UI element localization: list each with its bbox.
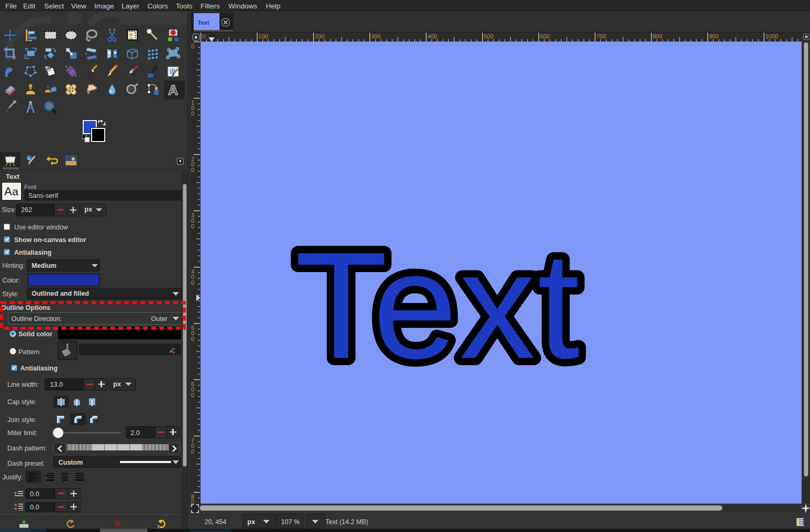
svg-text:A: A [168, 82, 178, 97]
svg-text:Text: Text [295, 220, 582, 390]
